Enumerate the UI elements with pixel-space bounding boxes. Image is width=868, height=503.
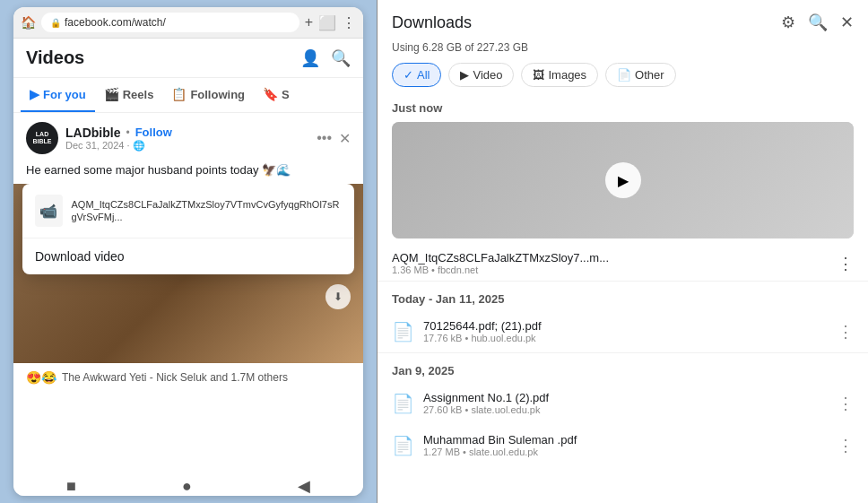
browser-back-icon[interactable]: 🏠 [21, 15, 36, 30]
fb-header-icons: 👤 🔍 [300, 48, 351, 68]
play-button[interactable]: ▶ [605, 162, 641, 198]
search-icon[interactable]: 🔍 [331, 48, 351, 68]
downloads-panel: Downloads ⚙ 🔍 ✕ Using 6.28 GB of 227.23 … [378, 0, 868, 503]
tab-grid-icon[interactable]: ⬜ [318, 14, 336, 31]
download-video-option[interactable]: Download video [22, 238, 354, 274]
post-dots-menu[interactable]: ••• [317, 130, 332, 147]
file-menu-3[interactable]: ⋮ [838, 436, 854, 455]
video-item-info: AQM_ItqCZs8CLFaJalkZTMxzSloy7...m... 1.3… [392, 251, 838, 275]
avatar: LADBIBLE [26, 122, 58, 154]
video-item-menu[interactable]: ⋮ [838, 254, 854, 273]
reaction-laugh: 😂 [41, 370, 56, 385]
filter-other-icon: 📄 [617, 68, 631, 82]
lock-icon: 🔒 [50, 18, 61, 28]
reaction-emojis: 😍 😂 [26, 370, 56, 385]
filter-other[interactable]: 📄 Other [605, 63, 676, 87]
phone-stop-icon[interactable]: ■ [66, 477, 76, 496]
fb-post: LADBIBLE LADbible • Follow Dec 31, 2024 … [13, 113, 363, 392]
file-name-3: Muhammad Bin Suleman .pdf [423, 433, 829, 447]
for-you-tab-label: For you [43, 88, 86, 101]
post-video-area[interactable]: 📹 AQM_ItqCZs8CLFaJalkZTMxzSloy7VTmvCvGyf… [13, 184, 363, 363]
follow-button[interactable]: Follow [135, 126, 172, 139]
filter-video[interactable]: ▶ Video [448, 63, 514, 87]
filter-all-icon: ✓ [404, 68, 413, 82]
fb-videos-page: Videos 👤 🔍 ▶ For you 🎬 Reels 📋 [13, 39, 363, 469]
post-close-icon[interactable]: ✕ [339, 130, 351, 147]
phone-back-icon[interactable]: ◀ [298, 476, 310, 496]
video-preview-thumbnail[interactable]: ▶ [392, 122, 854, 238]
jan9-section: Jan 9, 2025 📄 Assignment No.1 (2).pdf 27… [378, 352, 868, 466]
downloads-storage: Using 6.28 GB of 227.23 GB [378, 39, 868, 63]
downloads-search-icon[interactable]: 🔍 [808, 13, 828, 32]
post-meta: LADbible • Follow Dec 31, 2024 · 🌐 [65, 126, 309, 152]
left-panel: 🏠 🔒 facebook.com/watch/ + ⬜ ⋮ Videos 👤 🔍 [0, 0, 377, 503]
video-item-meta: 1.36 MB • fbcdn.net [392, 265, 838, 275]
video-item-name: AQM_ItqCZs8CLFaJalkZTMxzSloy7...m... [392, 251, 838, 265]
pdf-icon-1: 📄 [392, 321, 414, 343]
file-meta-3: 1.27 MB • slate.uol.edu.pk [423, 447, 829, 457]
post-footer-text: The Awkward Yeti - Nick Seluk and 1.7M o… [62, 371, 288, 384]
cam-icon: 📹 [35, 195, 63, 227]
file-meta-2: 27.60 kB • slate.uol.edu.pk [423, 404, 829, 415]
post-text: He earned some major husband points toda… [13, 163, 363, 184]
fb-tabs: ▶ For you 🎬 Reels 📋 Following 🔖 S [13, 78, 363, 113]
filter-images[interactable]: 🖼 Images [521, 63, 598, 87]
file-name-2: Assignment No.1 (2).pdf [423, 391, 829, 404]
file-menu-2[interactable]: ⋮ [838, 394, 854, 413]
tab-saved[interactable]: 🔖 S [254, 78, 299, 112]
following-tab-label: Following [190, 88, 245, 101]
add-tab-icon[interactable]: + [305, 14, 313, 30]
post-header: LADBIBLE LADbible • Follow Dec 31, 2024 … [13, 113, 363, 163]
filter-all[interactable]: ✓ All [392, 63, 441, 87]
list-item[interactable]: 📄 70125644.pdf; (21).pdf 17.76 kB • hub.… [378, 310, 868, 352]
saved-tab-icon: 🔖 [263, 87, 278, 101]
video-item-row: AQM_ItqCZs8CLFaJalkZTMxzSloy7...m... 1.3… [392, 246, 854, 281]
downloads-header: Downloads ⚙ 🔍 ✕ [378, 0, 868, 39]
list-item[interactable]: 📄 Muhammad Bin Suleman .pdf 1.27 MB • sl… [378, 424, 868, 466]
for-you-tab-icon: ▶ [30, 87, 39, 101]
filter-images-icon: 🖼 [533, 68, 544, 82]
download-filename: AQM_ItqCZs8CLFaJalkZTMxzSloy7VTmvCvGyfyq… [72, 198, 343, 224]
pdf-icon-2: 📄 [392, 393, 414, 414]
file-item-content-2: Assignment No.1 (2).pdf 27.60 kB • slate… [423, 391, 829, 415]
phone-nav: ■ ● ◀ [13, 469, 363, 496]
just-now-section: Just now ▶ AQM_ItqCZs8CLFaJalkZTMxzSloy7… [378, 98, 868, 281]
filter-other-label: Other [635, 68, 664, 82]
downloads-close-icon[interactable]: ✕ [840, 13, 854, 32]
file-name-1: 70125644.pdf; (21).pdf [423, 319, 829, 333]
browser-url: facebook.com/watch/ [65, 16, 166, 29]
tab-for-you[interactable]: ▶ For you [21, 78, 95, 112]
file-item-content-1: 70125644.pdf; (21).pdf 17.76 kB • hub.uo… [423, 319, 829, 343]
downloads-content: Just now ▶ AQM_ItqCZs8CLFaJalkZTMxzSloy7… [378, 98, 868, 503]
tab-following[interactable]: 📋 Following [162, 78, 254, 112]
post-author-row: LADbible • Follow [65, 126, 309, 140]
file-item-content-3: Muhammad Bin Suleman .pdf 1.27 MB • slat… [423, 433, 829, 457]
tab-reels[interactable]: 🎬 Reels [95, 78, 163, 112]
downloads-filter: ✓ All ▶ Video 🖼 Images 📄 Other [378, 63, 868, 98]
downloads-gear-icon[interactable]: ⚙ [781, 13, 795, 32]
jan9-label: Jan 9, 2025 [378, 353, 868, 382]
download-file-row: 📹 AQM_ItqCZs8CLFaJalkZTMxzSloy7VTmvCvGyf… [22, 184, 354, 238]
filter-video-label: Video [473, 68, 502, 82]
filter-images-label: Images [548, 68, 586, 82]
browser-toolbar: 🏠 🔒 facebook.com/watch/ + ⬜ ⋮ [13, 7, 363, 39]
filter-all-label: All [417, 68, 430, 82]
browser-url-bar[interactable]: 🔒 facebook.com/watch/ [41, 13, 299, 32]
just-now-label: Just now [392, 98, 854, 115]
page-title: Videos [26, 48, 84, 68]
today-label: Today - Jan 11, 2025 [378, 282, 868, 310]
reaction-love: 😍 [26, 370, 41, 385]
post-date: Dec 31, 2024 · 🌐 [65, 140, 309, 152]
post-footer: 😍 😂 The Awkward Yeti - Nick Seluk and 1.… [13, 363, 363, 392]
download-popup: 📹 AQM_ItqCZs8CLFaJalkZTMxzSloy7VTmvCvGyf… [22, 184, 354, 274]
post-header-actions: ••• ✕ [317, 130, 351, 147]
user-icon[interactable]: 👤 [300, 48, 320, 68]
pdf-icon-3: 📄 [392, 435, 414, 456]
list-item[interactable]: 📄 Assignment No.1 (2).pdf 27.60 kB • sla… [378, 382, 868, 424]
browser-window: 🏠 🔒 facebook.com/watch/ + ⬜ ⋮ Videos 👤 🔍 [13, 7, 363, 496]
phone-home-icon[interactable]: ● [182, 477, 192, 496]
downloads-header-icons: ⚙ 🔍 ✕ [781, 13, 854, 32]
browser-menu-icon[interactable]: ⋮ [342, 14, 356, 31]
file-menu-1[interactable]: ⋮ [838, 322, 854, 342]
today-section: Today - Jan 11, 2025 📄 70125644.pdf; (21… [378, 281, 868, 352]
